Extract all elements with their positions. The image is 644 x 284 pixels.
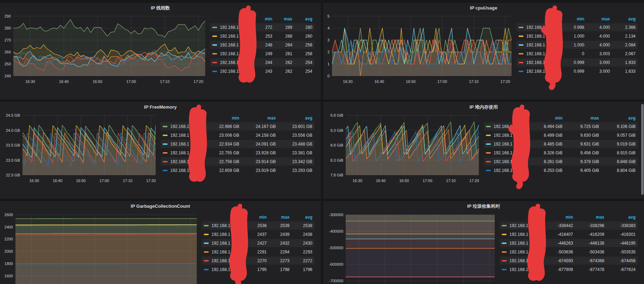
series-ip-label[interactable]: 192.168.1 — [220, 25, 252, 30]
legend-row[interactable]: 192.168.103.0032.067 — [516, 50, 638, 58]
series-ip-label[interactable]: 192.168.1 — [509, 250, 542, 254]
series-ip-label[interactable]: 192.168.1 — [212, 223, 244, 228]
series-ip-label[interactable]: 192.168.1 — [170, 168, 203, 173]
legend-row[interactable]: 192.168.10.9993.0001.933 — [516, 58, 638, 66]
legend-row[interactable]: 192.168.18.485 GiB9.631 GiB9.019 GiB — [484, 140, 638, 148]
scrollbar-thumb[interactable] — [641, 104, 644, 195]
legend-col-min[interactable]: min — [244, 215, 267, 220]
legend-row[interactable]: 192.168.122.986 GB24.167 GB23.601 GB — [161, 122, 314, 130]
legend-col-max[interactable]: max — [272, 17, 292, 21]
series-ip-label[interactable]: 192.168.1 — [212, 241, 244, 246]
legend-row[interactable]: 192.168.1243724392438 — [202, 230, 314, 238]
legend-col-avg[interactable]: avg — [292, 17, 312, 21]
timeseries-chart-free-memory[interactable]: 24.5 GB24.0 GB23.5 GB23.0 GB22.5 GB16:30… — [2, 111, 159, 186]
panel-title-gc-time[interactable]: IP 垃圾收集耗时 — [325, 202, 642, 210]
legend-row[interactable]: 192.168.1-416407-416209-416301 — [500, 230, 638, 238]
legend-col-min[interactable]: min — [542, 215, 573, 220]
legend-row[interactable]: 192.168.1242724322430 — [202, 239, 314, 247]
legend-row[interactable]: 192.168.1243262254 — [210, 67, 314, 75]
legend-row[interactable]: 192.168.1-446263-446138-446195 — [500, 239, 638, 247]
legend-row[interactable]: 192.168.1179517981796 — [202, 265, 314, 273]
legend-row[interactable]: 192.168.1248264256 — [210, 41, 314, 49]
legend-row[interactable]: 192.168.1-677909-677478-677624 — [500, 265, 638, 273]
legend-row[interactable]: 192.168.122.659 GB23.919 GB23.293 GB — [161, 166, 314, 174]
panel-title-cpu-usage[interactable]: IP cpuUsage — [325, 4, 642, 12]
legend-row[interactable]: 192.168.1272289280 — [210, 23, 314, 31]
legend-row[interactable]: 192.168.123.006 GB24.158 GB23.556 GB — [161, 131, 314, 139]
series-ip-label[interactable]: 192.168.1 — [494, 133, 526, 138]
series-ip-label[interactable]: 192.168.1 — [509, 241, 542, 246]
series-ip-label[interactable]: 192.168.1 — [509, 267, 542, 272]
legend-row[interactable]: 192.168.10.9993.0001.633 — [516, 67, 638, 75]
legend-row[interactable]: 192.168.1227022732272 — [202, 257, 314, 265]
legend-row[interactable]: 192.168.1229122942293 — [202, 248, 314, 256]
series-ip-label[interactable]: 192.168.1 — [494, 168, 526, 173]
legend-row[interactable]: 192.168.18.261 GiB9.378 GiB8.848 GiB — [484, 157, 638, 166]
legend-row[interactable]: 192.168.18.494 GiB9.725 GiB9.106 GiB — [484, 122, 638, 130]
legend-row[interactable]: 192.168.122.934 GB24.091 GB23.488 GB — [161, 140, 314, 148]
series-ip-label[interactable]: 192.168.1 — [220, 43, 252, 47]
legend-col-avg[interactable]: avg — [276, 116, 312, 121]
legend-row[interactable]: 192.168.18.253 GiB9.405 GiB8.804 GiB — [484, 166, 638, 174]
legend-col-max[interactable]: max — [267, 215, 290, 220]
series-ip-label[interactable]: 192.168.1 — [494, 150, 526, 155]
legend-row[interactable]: 192.168.11.0004.0002.084 — [516, 41, 638, 49]
legend-row[interactable]: 192.168.1253268260 — [210, 32, 314, 40]
series-ip-label[interactable]: 192.168.1 — [212, 267, 244, 272]
series-ip-label[interactable]: 192.168.1 — [509, 258, 542, 263]
legend-row[interactable]: 192.168.1-338442-338296-338383 — [500, 221, 638, 230]
series-ip-label[interactable]: 192.168.1 — [220, 34, 252, 39]
legend-row[interactable]: 192.168.122.755 GB23.928 GB23.381 GB — [161, 149, 314, 157]
legend-row[interactable]: 192.168.122.756 GB23.914 GB23.342 GB — [161, 157, 314, 166]
series-ip-label[interactable]: 192.168.1 — [526, 60, 559, 65]
legend-col-avg[interactable]: avg — [610, 17, 636, 21]
panel-title-heap-usage[interactable]: IP 堆内存使用 — [325, 103, 642, 111]
series-ip-label[interactable]: 192.168.1 — [170, 133, 203, 138]
series-ip-label[interactable]: 192.168.1 — [509, 232, 542, 237]
series-ip-label[interactable]: 192.168.1 — [509, 223, 542, 228]
timeseries-chart-gc-time[interactable]: -300000-400000-500000-600000-700000 — [325, 210, 498, 284]
legend-col-max[interactable]: max — [239, 116, 276, 121]
series-ip-label[interactable]: 192.168.1 — [494, 159, 526, 164]
series-ip-label[interactable]: 192.168.1 — [220, 60, 252, 65]
series-ip-label[interactable]: 192.168.1 — [170, 124, 203, 129]
series-ip-label[interactable]: 192.168.1 — [526, 69, 559, 74]
legend-row[interactable]: 192.168.11.0004.0002.134 — [516, 32, 638, 40]
legend-row[interactable]: 192.168.18.499 GiB9.630 GiB9.057 GiB — [484, 131, 638, 139]
legend-row[interactable]: 192.168.1244262254 — [210, 58, 314, 66]
legend-row[interactable]: 192.168.10.9984.0002.366 — [516, 23, 638, 31]
series-ip-label[interactable]: 192.168.1 — [170, 150, 203, 155]
legend-col-min[interactable]: min — [252, 17, 272, 21]
panel-title-thread-count[interactable]: IP 线程数 — [2, 4, 319, 12]
series-ip-label[interactable]: 192.168.1 — [494, 142, 526, 147]
series-ip-label[interactable]: 192.168.1 — [212, 258, 244, 263]
series-ip-label[interactable]: 192.168.1 — [170, 159, 203, 164]
timeseries-chart-cpu-usage[interactable]: 54321016:3016:4016:5017:0017:1017:20 — [325, 12, 515, 86]
panel-title-free-memory[interactable]: IP FreeMemory — [2, 103, 319, 111]
legend-row[interactable]: 192.168.1-503636-503436-503535 — [500, 248, 638, 256]
series-ip-label[interactable]: 192.168.1 — [220, 51, 252, 56]
series-ip-label[interactable]: 192.168.1 — [526, 25, 559, 30]
legend-col-avg[interactable]: avg — [599, 116, 636, 121]
timeseries-chart-gc-count[interactable]: 260024002200200018001600 — [2, 210, 200, 284]
series-ip-label[interactable]: 192.168.1 — [212, 232, 244, 237]
timeseries-chart-thread-count[interactable]: 29028027026025024016:3016:4016:5017:0017… — [2, 12, 209, 86]
legend-row[interactable]: 192.168.1249261256 — [210, 50, 314, 58]
legend-col-min[interactable]: min — [559, 17, 584, 21]
series-ip-label[interactable]: 192.168.1 — [220, 69, 252, 74]
series-ip-label[interactable]: 192.168.1 — [526, 51, 559, 56]
legend-row[interactable]: 192.168.18.326 GiB9.456 GiB8.915 GiB — [484, 149, 638, 157]
legend-col-max[interactable]: max — [584, 17, 610, 21]
legend-col-avg[interactable]: avg — [290, 215, 312, 220]
series-ip-label[interactable]: 192.168.1 — [494, 124, 526, 129]
legend-col-min[interactable]: min — [203, 116, 239, 121]
series-ip-label[interactable]: 192.168.1 — [170, 142, 203, 147]
legend-col-avg[interactable]: avg — [604, 215, 636, 220]
legend-row[interactable]: 192.168.1-674593-674368-674456 — [500, 257, 638, 265]
legend-col-min[interactable]: min — [526, 116, 562, 121]
legend-col-max[interactable]: max — [562, 116, 599, 121]
legend-col-max[interactable]: max — [573, 215, 604, 220]
legend-row[interactable]: 192.168.1253625392538 — [202, 221, 314, 230]
panel-title-gc-count[interactable]: IP GarbageCollectionCount — [2, 202, 319, 210]
series-ip-label[interactable]: 192.168.1 — [212, 250, 244, 254]
